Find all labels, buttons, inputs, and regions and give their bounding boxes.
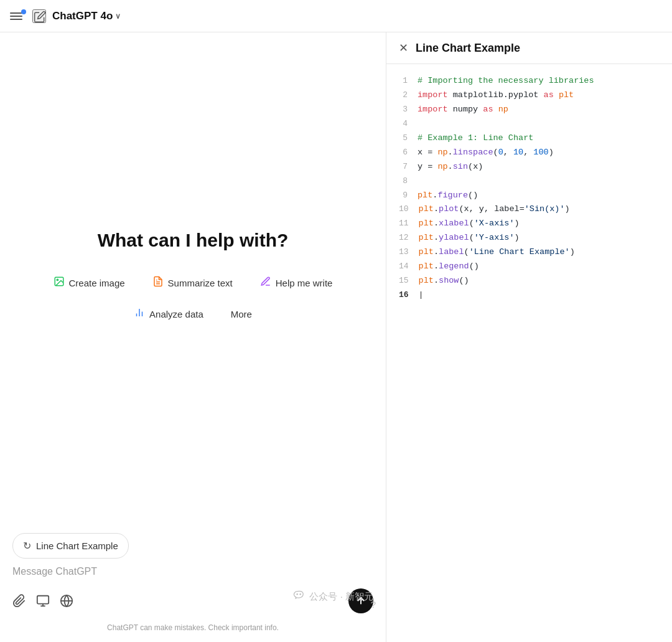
- summarize-text-label: Summarize text: [168, 278, 233, 288]
- summarize-text-icon: [152, 276, 164, 290]
- code-line: 11 plt.xlabel('X-axis'): [386, 217, 672, 231]
- code-body[interactable]: 1 # Importing the necessary libraries 2 …: [386, 64, 672, 642]
- watermark: 公众号 · 新智元: [293, 589, 373, 605]
- model-selector[interactable]: ChatGPT 4o ∨: [52, 10, 121, 22]
- summarize-text-button[interactable]: Summarize text: [144, 271, 241, 295]
- code-line: 15 plt.show(): [386, 274, 672, 288]
- help-write-icon: [260, 276, 271, 290]
- globe-button[interactable]: [60, 594, 73, 608]
- analyze-data-icon: [134, 307, 145, 321]
- more-button[interactable]: More: [222, 304, 261, 324]
- code-line: 4: [386, 117, 672, 131]
- code-line: 1 # Importing the necessary libraries: [386, 74, 672, 88]
- code-line: 8: [386, 174, 672, 189]
- refresh-icon: ↻: [23, 540, 31, 552]
- recent-message-text: Line Chart Example: [36, 541, 118, 551]
- model-chevron-icon: ∨: [115, 12, 121, 21]
- create-image-icon: [54, 276, 65, 290]
- top-bar: ChatGPT 4o ∨: [0, 0, 672, 32]
- panel-title: Line Chart Example: [416, 42, 520, 55]
- watermark-text: 公众号 · 新智元: [309, 591, 373, 603]
- action-row-2: Analyze data More: [125, 302, 261, 326]
- chat-content: What can I help with? Create image: [0, 32, 386, 523]
- message-input[interactable]: Message ChatGPT: [12, 565, 373, 578]
- help-write-label: Help me write: [276, 278, 333, 288]
- footer-disclaimer: ChatGPT can make mistakes. Check importa…: [12, 623, 373, 637]
- create-image-label: Create image: [69, 278, 125, 288]
- svg-point-1: [57, 279, 58, 280]
- code-line: 9 plt.figure(): [386, 189, 672, 203]
- action-buttons: Create image Summarize text: [45, 271, 342, 326]
- svg-rect-7: [37, 596, 49, 604]
- code-line: 14 plt.legend(): [386, 260, 672, 274]
- code-line-cursor: 16: [386, 288, 672, 303]
- model-name: ChatGPT 4o: [52, 10, 113, 22]
- chat-input-area: ↻ Line Chart Example Message ChatGPT: [0, 523, 386, 642]
- code-line: 7 y = np.sin(x): [386, 160, 672, 174]
- code-panel-header: ✕ Line Chart Example: [386, 32, 672, 64]
- code-line: 10 plt.plot(x, y, label='Sin(x)'): [386, 202, 672, 217]
- welcome-heading: What can I help with?: [98, 230, 289, 251]
- help-question-mark[interactable]: ?: [371, 599, 376, 610]
- more-label: More: [231, 309, 252, 319]
- code-line: 13 plt.label('Line Chart Example'): [386, 245, 672, 260]
- wechat-icon: [293, 589, 306, 605]
- top-bar-left: ChatGPT 4o ∨: [10, 9, 121, 23]
- analyze-data-button[interactable]: Analyze data: [125, 302, 212, 326]
- main-layout: What can I help with? Create image: [0, 32, 672, 642]
- help-write-button[interactable]: Help me write: [251, 271, 342, 295]
- new-chat-button[interactable]: [32, 9, 46, 23]
- code-line: 12 plt.ylabel('Y-axis'): [386, 231, 672, 245]
- recent-message-pill[interactable]: ↻ Line Chart Example: [12, 533, 129, 559]
- tools-button[interactable]: [36, 594, 50, 608]
- code-line: 5 # Example 1: Line Chart: [386, 131, 672, 146]
- code-line: 6 x = np.linspace(0, 10, 100): [386, 146, 672, 160]
- action-row-1: Create image Summarize text: [45, 271, 342, 295]
- sidebar-toggle-button[interactable]: [10, 9, 26, 23]
- svg-point-13: [297, 593, 299, 595]
- close-panel-button[interactable]: ✕: [399, 41, 408, 55]
- analyze-data-label: Analyze data: [149, 309, 203, 319]
- svg-point-14: [300, 593, 302, 595]
- attach-button[interactable]: [12, 594, 26, 608]
- code-panel: ✕ Line Chart Example 1 # Importing the n…: [386, 32, 672, 642]
- code-line: 3 import numpy as np: [386, 103, 672, 117]
- code-line: 2 import matplotlib.pyplot as plt: [386, 88, 672, 103]
- chat-area: What can I help with? Create image: [0, 32, 386, 642]
- create-image-button[interactable]: Create image: [45, 271, 134, 295]
